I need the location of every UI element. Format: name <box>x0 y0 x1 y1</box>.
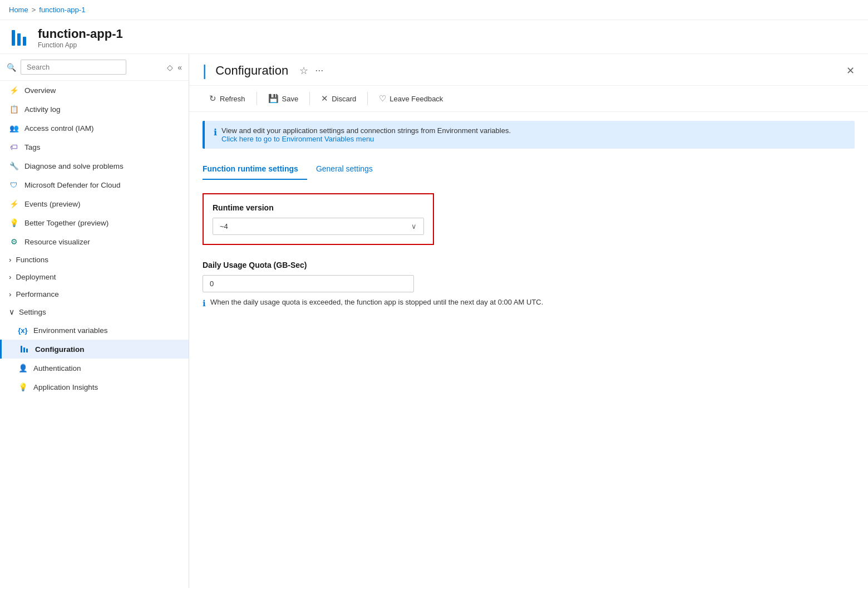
search-input[interactable] <box>21 60 126 75</box>
discard-label: Discard <box>332 95 356 103</box>
toolbar-separator-1 <box>257 92 257 105</box>
sidebar-item-env-variables[interactable]: {x} Environment variables <box>0 321 189 340</box>
toolbar: ↻ Refresh 💾 Save ✕ Discard ♡ Leave Feedb… <box>189 86 868 112</box>
sidebar-item-better-together[interactable]: 💡 Better Together (preview) <box>0 213 189 232</box>
svg-rect-5 <box>26 349 28 352</box>
header-pipe: | <box>203 62 206 80</box>
tags-icon: 🏷 <box>9 142 19 152</box>
feedback-label: Leave Feedback <box>389 95 443 103</box>
breadcrumb-home[interactable]: Home <box>9 6 28 14</box>
svg-rect-3 <box>21 346 22 352</box>
sidebar-item-configuration[interactable]: Configuration <box>0 340 189 359</box>
sidebar-item-settings[interactable]: ∨ Settings <box>0 303 189 321</box>
save-button[interactable]: 💾 Save <box>262 90 305 107</box>
runtime-version-chevron: ∨ <box>411 222 417 231</box>
info-banner-content: View and edit your application settings … <box>221 126 511 143</box>
feedback-icon: ♡ <box>379 94 386 104</box>
sidebar-item-authentication[interactable]: 👤 Authentication <box>0 359 189 378</box>
breadcrumb-separator: > <box>32 6 36 14</box>
settings-chevron: ∨ <box>9 307 14 316</box>
info-banner-link[interactable]: Click here to go to Environment Variable… <box>221 135 374 143</box>
runtime-version-label: Runtime version <box>213 203 424 212</box>
info-banner-icon: ℹ <box>214 127 217 138</box>
sidebar-item-tags[interactable]: 🏷 Tags <box>0 138 189 156</box>
performance-chevron: › <box>9 290 12 298</box>
page-title: Configuration <box>215 63 288 78</box>
discard-icon: ✕ <box>321 94 328 104</box>
app-header: function-app-1 Function App <box>0 20 868 54</box>
daily-quota-hint-text: When the daily usage quota is exceeded, … <box>210 298 543 306</box>
app-name: function-app-1 <box>38 27 859 41</box>
sidebar-label-authentication: Authentication <box>33 364 81 373</box>
toolbar-separator-3 <box>367 92 368 105</box>
sidebar-item-defender[interactable]: 🛡 Microsoft Defender for Cloud <box>0 175 189 194</box>
form-content: Runtime version ~4 ∨ Daily Usage Quota (… <box>189 180 868 588</box>
sidebar-label-events: Events (preview) <box>24 200 81 208</box>
access-control-icon: 👥 <box>9 123 19 133</box>
sidebar-item-overview[interactable]: ⚡ Overview <box>0 81 189 100</box>
discard-button[interactable]: ✕ Discard <box>314 90 363 107</box>
sidebar-item-events[interactable]: ⚡ Events (preview) <box>0 194 189 213</box>
sidebar-item-resource-visualizer[interactable]: ⚙ Resource visualizer <box>0 232 189 251</box>
more-options-icon[interactable]: ··· <box>315 65 323 77</box>
activity-log-icon: 📋 <box>9 104 19 114</box>
app-insights-icon: 💡 <box>18 382 28 392</box>
overview-icon: ⚡ <box>9 85 19 95</box>
toolbar-separator-2 <box>309 92 310 105</box>
save-icon: 💾 <box>268 94 279 104</box>
main-layout: 🔍 ◇ « ⚡ Overview 📋 Activity log 👥 Access <box>0 54 868 588</box>
sidebar-item-diagnose[interactable]: 🔧 Diagnose and solve problems <box>0 156 189 175</box>
runtime-version-group: Runtime version ~4 ∨ <box>203 193 434 245</box>
svg-rect-1 <box>17 33 21 46</box>
header-icons: ☆ ··· <box>299 65 323 77</box>
sidebar-label-performance: Performance <box>16 290 59 298</box>
runtime-version-select[interactable]: ~4 ∨ <box>213 218 424 235</box>
sidebar-label-functions: Functions <box>16 256 49 264</box>
breadcrumb-app[interactable]: function-app-1 <box>39 6 85 14</box>
tab-general-settings[interactable]: General settings <box>316 160 382 180</box>
sidebar-label-settings: Settings <box>19 308 46 316</box>
star-icon[interactable]: ☆ <box>299 65 308 77</box>
tab-runtime-settings[interactable]: Function runtime settings <box>203 160 307 180</box>
daily-quota-hint-icon: ℹ <box>203 298 206 308</box>
content-header: | Configuration ☆ ··· ✕ <box>189 54 868 86</box>
sidebar-item-app-insights[interactable]: 💡 Application Insights <box>0 378 189 396</box>
sidebar-item-deployment[interactable]: › Deployment <box>0 268 189 286</box>
defender-icon: 🛡 <box>9 180 19 190</box>
sidebar: 🔍 ◇ « ⚡ Overview 📋 Activity log 👥 Access <box>0 54 189 588</box>
better-together-icon: 💡 <box>9 218 19 228</box>
sidebar-item-activity-log[interactable]: 📋 Activity log <box>0 100 189 119</box>
sidebar-item-access-control[interactable]: 👥 Access control (IAM) <box>0 119 189 138</box>
app-logo <box>9 27 31 49</box>
sidebar-label-app-insights: Application Insights <box>33 383 98 391</box>
content-area: | Configuration ☆ ··· ✕ ↻ Refresh 💾 Save… <box>189 54 868 588</box>
sidebar-label-diagnose: Diagnose and solve problems <box>24 162 124 170</box>
tabs: Function runtime settings General settin… <box>189 160 868 180</box>
sidebar-label-overview: Overview <box>24 86 56 95</box>
configuration-icon <box>19 344 29 354</box>
sidebar-label-tags: Tags <box>24 143 41 151</box>
refresh-button[interactable]: ↻ Refresh <box>203 90 252 107</box>
authentication-icon: 👤 <box>18 363 28 373</box>
sidebar-label-env-variables: Environment variables <box>33 326 108 335</box>
daily-quota-group: Daily Usage Quota (GB-Sec) ℹ When the da… <box>203 261 855 308</box>
resource-visualizer-icon: ⚙ <box>9 237 19 247</box>
svg-rect-4 <box>23 347 25 352</box>
daily-quota-input[interactable] <box>203 275 414 292</box>
daily-quota-hint: ℹ When the daily usage quota is exceeded… <box>203 298 855 308</box>
sidebar-collapse-icon[interactable]: « <box>177 63 182 72</box>
feedback-button[interactable]: ♡ Leave Feedback <box>372 90 450 107</box>
breadcrumb: Home > function-app-1 <box>0 0 868 20</box>
sidebar-item-functions[interactable]: › Functions <box>0 251 189 268</box>
close-button[interactable]: ✕ <box>846 65 855 77</box>
svg-rect-0 <box>12 30 15 46</box>
diagnose-icon: 🔧 <box>9 161 19 171</box>
sidebar-item-performance[interactable]: › Performance <box>0 286 189 303</box>
info-banner-text: View and edit your application settings … <box>221 126 511 135</box>
deployment-chevron: › <box>9 273 12 281</box>
refresh-icon: ↻ <box>209 94 216 104</box>
sidebar-label-deployment: Deployment <box>16 273 56 281</box>
sidebar-pin-icon[interactable]: ◇ <box>167 63 173 72</box>
save-label: Save <box>282 95 299 103</box>
svg-rect-2 <box>23 37 26 46</box>
